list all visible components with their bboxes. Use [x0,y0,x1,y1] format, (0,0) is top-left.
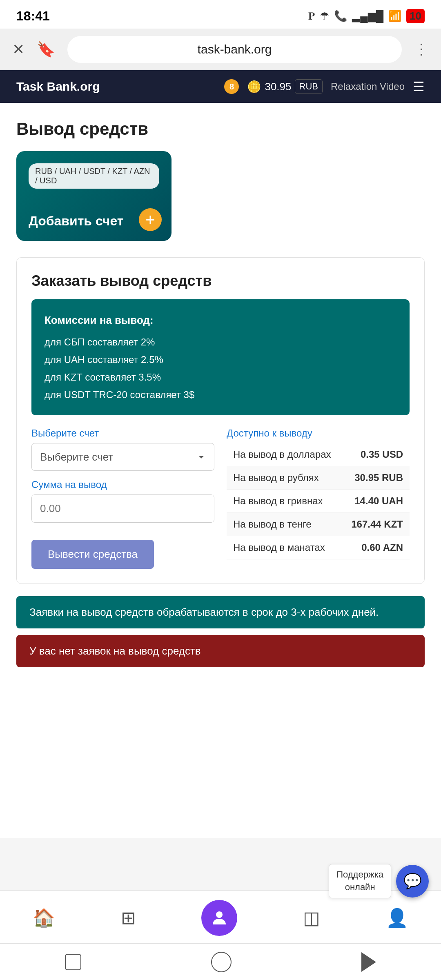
amount-input[interactable] [31,494,214,523]
back-icon[interactable] [361,952,376,972]
available-label: На вывод в рублях [227,466,342,489]
available-value: 167.44 KZT [342,512,410,536]
add-account-button[interactable]: + [139,208,162,231]
available-value: 0.35 USD [342,443,410,466]
weather-icon: ☂ [320,10,329,22]
withdrawal-title: Заказать вывод средств [31,272,410,290]
nav-mirror[interactable]: ◫ [303,907,320,928]
home-system-icon[interactable] [211,952,232,972]
form-available-row: Выберите счет Выберите счет Сумма на выв… [31,428,410,569]
site-logo[interactable]: Task Bank.org [16,80,100,94]
available-title: Доступно к выводу [227,428,410,439]
center-icon [201,900,237,936]
status-icons: 𝐏 ☂ 📞 ▂▄▆█ 📶 10 [308,9,425,23]
page-title: Вывод средств [16,119,425,139]
battery-icon: 10 [406,9,425,23]
support-label: Поддержкаонлайн [329,864,391,898]
available-table-row: На вывод в рублях30.95 RUB [227,466,410,489]
commission-line-4: для USDT TRC-20 составляет 3$ [45,386,396,403]
commission-line-1: для СБП составляет 2% [45,333,396,351]
profile-icon: 👤 [386,907,408,929]
available-table-row: На вывод в гривнах14.40 UAH [227,489,410,512]
account-select[interactable]: Выберите счет [31,443,214,471]
available-value: 14.40 UAH [342,489,410,512]
browser-bar: ✕ 🔖 task-bank.org ⋮ [0,29,441,70]
support-widget: Поддержкаонлайн 💬 [329,864,429,898]
status-bar: 18:41 𝐏 ☂ 📞 ▂▄▆█ 📶 10 [0,0,441,29]
available-label: На вывод в тенге [227,512,342,536]
viber-icon: 📞 [334,10,347,22]
add-account-card: RUB / UAH / USDT / KZT / AZN / USD Добав… [16,151,172,241]
svg-point-0 [216,911,223,918]
apps-icon: ⊞ [121,907,136,928]
available-label: На вывод в долларах [227,443,342,466]
available-value: 30.95 RUB [342,466,410,489]
coin-icon: 🪙 [247,80,261,94]
commission-line-3: для KZT составляет 3.5% [45,368,396,386]
hamburger-menu-icon[interactable]: ☰ [413,79,425,94]
available-label: На вывод в гривнах [227,489,342,512]
card-currencies: RUB / UAH / USDT / KZT / AZN / USD [29,163,159,189]
balance-value: 30.95 [265,80,291,93]
mirror-icon: ◫ [303,907,320,928]
nav-apps[interactable]: ⊞ [121,907,136,928]
commission-box: Комиссии на вывод: для СБП составляет 2%… [31,299,410,415]
wifi-icon: 📶 [388,10,401,22]
available-table-row: На вывод в тенге167.44 KZT [227,512,410,536]
main-content: Вывод средств RUB / UAH / USDT / KZT / A… [0,103,441,838]
status-time: 18:41 [16,9,50,24]
available-table-row: На вывод в манатах0.60 AZN [227,536,410,559]
info-banner: Заявки на вывод средств обрабатываются в… [16,596,425,628]
available-value: 0.60 AZN [342,536,410,559]
site-header: Task Bank.org 8 🪙 30.95 RUB Relaxation V… [0,70,441,103]
balance-display: 🪙 30.95 RUB [247,79,323,94]
nav-profile[interactable]: 👤 [386,907,408,929]
home-icon: 🏠 [33,907,55,929]
header-right: 8 🪙 30.95 RUB Relaxation Video ☰ [224,79,425,94]
currency-selector[interactable]: RUB [295,79,323,94]
available-label: На вывод в манатах [227,536,342,559]
account-label: Выберите счет [31,428,214,439]
nav-home[interactable]: 🏠 [33,907,55,929]
available-side: Доступно к выводу На вывод в долларах0.3… [227,428,410,569]
form-side: Выберите счет Выберите счет Сумма на выв… [31,428,214,569]
error-banner: У вас нет заявок на вывод средств [16,635,425,667]
available-table: На вывод в долларах0.35 USDНа вывод в ру… [227,443,410,559]
relaxation-video-link[interactable]: Relaxation Video [331,81,405,92]
url-bar[interactable]: task-bank.org [67,36,402,63]
amount-label: Сумма на вывод [31,479,214,490]
nav-center[interactable] [201,900,237,936]
available-table-row: На вывод в долларах0.35 USD [227,443,410,466]
bookmark-icon[interactable]: 🔖 [37,41,55,58]
withdrawal-section: Заказать вывод средств Комиссии на вывод… [16,257,425,584]
system-nav [0,943,441,980]
commission-title: Комиссии на вывод: [45,311,396,330]
browser-menu-icon[interactable]: ⋮ [414,41,429,58]
notification-badge[interactable]: 8 [224,79,239,94]
signal-icon: ▂▄▆█ [352,10,383,22]
withdraw-button[interactable]: Вывести средства [31,540,154,569]
recent-apps-icon[interactable] [65,954,81,970]
pinterest-icon: 𝐏 [308,10,315,22]
close-tab-icon[interactable]: ✕ [12,41,24,58]
support-button[interactable]: 💬 [396,865,429,898]
commission-line-2: для UAH составляет 2.5% [45,351,396,368]
